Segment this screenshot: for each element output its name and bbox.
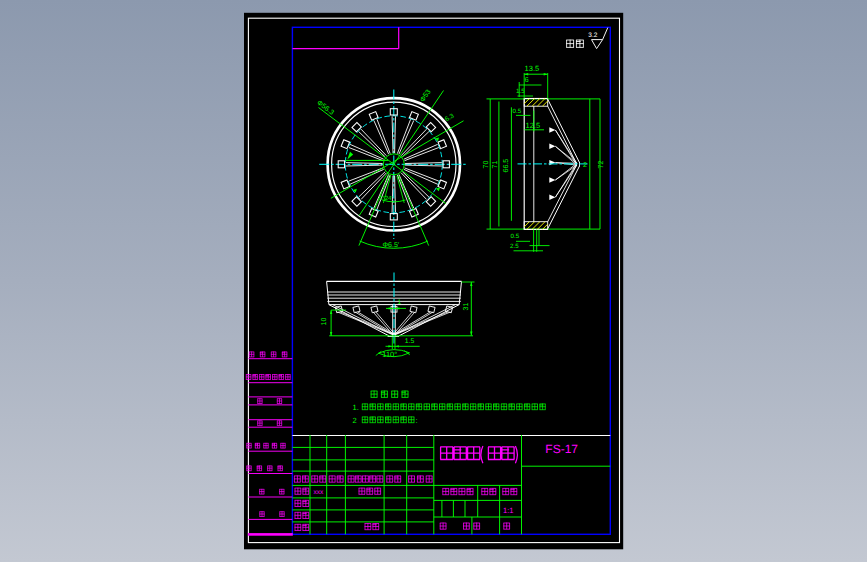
svg-text:70: 70	[483, 161, 490, 169]
svg-text:1:1: 1:1	[503, 506, 513, 515]
svg-text:66.5: 66.5	[503, 159, 510, 173]
svg-text:3.2: 3.2	[588, 32, 597, 39]
svg-text:2: 2	[353, 416, 357, 425]
svg-text:6: 6	[525, 77, 529, 84]
svg-text:12.5: 12.5	[526, 121, 541, 130]
svg-text:1.: 1.	[353, 403, 359, 412]
svg-text:2.5: 2.5	[510, 243, 519, 250]
svg-text:1.5: 1.5	[405, 338, 415, 345]
svg-text:10: 10	[321, 318, 328, 326]
svg-text:31: 31	[463, 303, 470, 311]
svg-text:0.5: 0.5	[513, 108, 522, 115]
svg-text:1: 1	[398, 299, 402, 306]
svg-text:FS-17: FS-17	[545, 442, 578, 456]
svg-text::: :	[416, 416, 418, 425]
svg-text:0.5: 0.5	[511, 233, 520, 240]
svg-text:13.5: 13.5	[525, 64, 540, 73]
svg-text:Φ6.5′: Φ6.5′	[383, 242, 400, 249]
svg-text:2: 2	[583, 162, 587, 169]
svg-text:71: 71	[492, 161, 499, 169]
svg-text:110°: 110°	[382, 350, 397, 359]
svg-text:xxx: xxx	[314, 489, 325, 496]
svg-text:3°24′: 3°24′	[379, 195, 393, 202]
svg-text:1.5: 1.5	[516, 88, 525, 95]
svg-text:72: 72	[598, 161, 605, 169]
